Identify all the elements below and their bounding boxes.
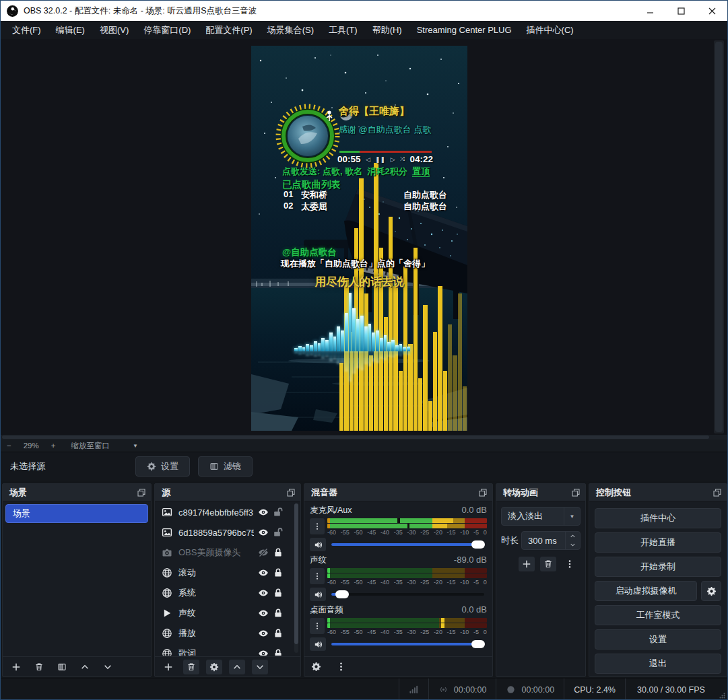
- slider-handle[interactable]: [471, 540, 485, 549]
- add-source-button[interactable]: [160, 660, 176, 674]
- visible-icon[interactable]: [258, 588, 269, 598]
- locked-icon[interactable]: [273, 628, 284, 639]
- mute-button[interactable]: [310, 588, 326, 601]
- preview-horizontal-scrollbar[interactable]: [1, 435, 727, 440]
- maximize-button[interactable]: [665, 1, 696, 21]
- menu-tools[interactable]: 工具(T): [321, 21, 365, 39]
- menu-docks[interactable]: 停靠窗口(D): [136, 21, 198, 39]
- filters-button[interactable]: 滤镜: [198, 456, 253, 477]
- visible-icon[interactable]: [258, 527, 269, 538]
- zoom-out-button[interactable]: −: [1, 442, 18, 450]
- source-row[interactable]: 声纹: [155, 603, 300, 623]
- scene-filters-button[interactable]: [54, 660, 70, 674]
- properties-button[interactable]: 设置: [135, 456, 190, 477]
- scrollbar-thumb[interactable]: [2, 435, 709, 439]
- menu-profile[interactable]: 配置文件(P): [198, 21, 259, 39]
- slider-handle[interactable]: [471, 640, 485, 648]
- start-streaming-button[interactable]: 开始直播: [595, 532, 721, 553]
- virtual-camera-settings-button[interactable]: [701, 581, 721, 601]
- scene-up-button[interactable]: [77, 660, 93, 674]
- channel-options-button[interactable]: [310, 518, 325, 534]
- duration-spinner[interactable]: 300 ms: [521, 531, 581, 550]
- dock-popout-icon[interactable]: [287, 489, 295, 497]
- mute-button[interactable]: [310, 637, 326, 651]
- channel-options-button[interactable]: [310, 568, 325, 584]
- close-button[interactable]: [696, 1, 727, 21]
- remove-source-button[interactable]: [183, 660, 199, 674]
- dock-popout-icon[interactable]: [572, 489, 580, 497]
- source-row[interactable]: c8917f4ebbfbfe5ff3: [155, 502, 300, 522]
- source-row[interactable]: 系统: [155, 583, 300, 603]
- channel-options-button[interactable]: [310, 618, 325, 634]
- preview-vertical-scrollbar[interactable]: [714, 40, 724, 433]
- dock-popout-icon[interactable]: [713, 489, 721, 497]
- source-up-button[interactable]: [229, 660, 245, 674]
- dock-popout-icon[interactable]: [479, 489, 487, 497]
- visible-icon[interactable]: [258, 567, 269, 578]
- volume-slider[interactable]: [331, 639, 484, 649]
- scene-down-button[interactable]: [100, 660, 116, 674]
- advanced-audio-icon[interactable]: [311, 662, 321, 672]
- spin-up-button[interactable]: [566, 532, 580, 540]
- menu-plugin-center[interactable]: 插件中心(C): [519, 21, 581, 39]
- menu-help[interactable]: 帮助(H): [365, 21, 409, 39]
- source-row[interactable]: 6d18859a5796bc75: [155, 522, 300, 542]
- unlocked-icon[interactable]: [273, 507, 284, 518]
- visible-icon[interactable]: [258, 628, 269, 639]
- locked-icon[interactable]: [273, 648, 284, 656]
- source-down-button[interactable]: [252, 660, 268, 674]
- dock-popout-icon[interactable]: [137, 489, 145, 497]
- resize-grip[interactable]: [717, 678, 727, 700]
- source-row[interactable]: 滚动: [155, 563, 300, 583]
- menu-edit[interactable]: 编辑(E): [48, 21, 92, 39]
- menu-view[interactable]: 视图(V): [92, 21, 136, 39]
- add-scene-button[interactable]: [8, 660, 24, 674]
- scrollbar-thumb[interactable]: [294, 503, 298, 644]
- start-recording-button[interactable]: 开始录制: [595, 557, 721, 577]
- chevron-down-icon[interactable]: ▼: [133, 443, 138, 449]
- locked-icon[interactable]: [273, 567, 284, 578]
- dots-icon[interactable]: [336, 662, 346, 672]
- volume-slider[interactable]: [331, 590, 484, 599]
- spin-down-button[interactable]: [566, 540, 580, 549]
- sources-scrollbar[interactable]: [294, 503, 298, 653]
- remove-transition-button[interactable]: [540, 557, 556, 571]
- hidden-icon[interactable]: [258, 547, 269, 558]
- exit-button[interactable]: 退出: [595, 654, 721, 674]
- start-virtual-camera-button[interactable]: 启动虚拟摄像机: [595, 581, 697, 601]
- menu-streaming-center-plug[interactable]: Streaming Center PLUG: [409, 21, 519, 39]
- slider-handle[interactable]: [335, 590, 349, 598]
- source-row[interactable]: 歌词: [155, 643, 300, 656]
- locked-icon[interactable]: [273, 547, 284, 558]
- visible-icon[interactable]: [258, 507, 269, 518]
- dots-icon: [313, 572, 321, 580]
- transition-options-button[interactable]: [562, 557, 578, 571]
- settings-button[interactable]: 设置: [595, 629, 721, 650]
- minimize-button[interactable]: [634, 1, 665, 21]
- remove-scene-button[interactable]: [31, 660, 47, 674]
- mute-button[interactable]: [310, 538, 326, 551]
- browser-icon: [162, 567, 172, 578]
- source-row[interactable]: OBS美颜摄像头: [155, 542, 300, 563]
- visible-icon[interactable]: [258, 648, 269, 656]
- preview-canvas[interactable]: 舍得【王唯旖】 感谢 @自助点歌台 点歌 00:55 ◁ ❚❚ ▷ ⤨ 04:2…: [1, 39, 727, 435]
- studio-mode-button[interactable]: 工作室模式: [595, 605, 721, 625]
- add-transition-button[interactable]: [519, 557, 535, 571]
- volume-slider[interactable]: [331, 540, 484, 549]
- locked-icon[interactable]: [273, 588, 284, 598]
- plugin-center-button[interactable]: 插件中心: [595, 508, 721, 528]
- scene-item-selected[interactable]: 场景: [5, 504, 148, 523]
- locked-icon[interactable]: [273, 608, 284, 619]
- scrollbar-thumb[interactable]: [715, 42, 723, 432]
- transition-select[interactable]: 淡入淡出 ▼: [501, 507, 581, 526]
- zoom-fit-select[interactable]: 缩放至窗口: [71, 441, 110, 451]
- unlocked-icon[interactable]: [273, 527, 284, 538]
- visible-icon[interactable]: [258, 608, 269, 619]
- source-row[interactable]: 播放: [155, 623, 300, 643]
- program-video[interactable]: 舍得【王唯旖】 感谢 @自助点歌台 点歌 00:55 ◁ ❚❚ ▷ ⤨ 04:2…: [251, 46, 467, 431]
- zoom-in-button[interactable]: +: [45, 442, 62, 450]
- source-properties-button[interactable]: [206, 660, 222, 674]
- channel-name: 桌面音频: [310, 604, 343, 616]
- menu-scene-collection[interactable]: 场景集合(S): [260, 21, 321, 39]
- menu-file[interactable]: 文件(F): [5, 21, 48, 39]
